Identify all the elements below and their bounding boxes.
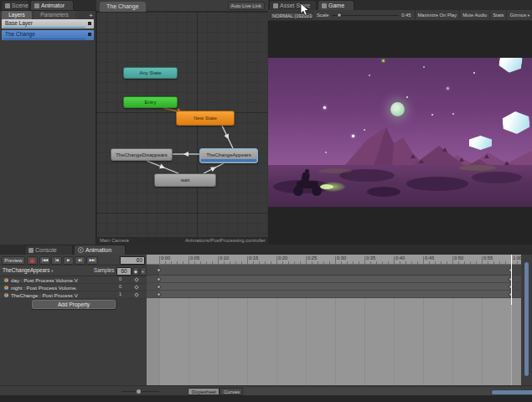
ruler-tick: 0:35 bbox=[366, 255, 375, 260]
playhead-line[interactable] bbox=[511, 255, 512, 305]
property-row-day[interactable]: day : Post Process Volume.V 0 bbox=[0, 276, 147, 284]
state-node-wait[interactable]: wait bbox=[154, 173, 216, 187]
horizontal-scrollbar[interactable] bbox=[243, 388, 521, 395]
ruler-tick: 0:05 bbox=[190, 255, 199, 260]
grass-patch bbox=[318, 168, 352, 173]
next-key-button[interactable]: ▶| bbox=[75, 256, 85, 265]
horizontal-scrollbar-thumb[interactable] bbox=[491, 389, 532, 395]
animator-layers-panel: Scene Animator Layers Parameters + Base … bbox=[0, 0, 96, 245]
frame-field[interactable]: 60 bbox=[120, 256, 145, 265]
add-layer-button[interactable]: + bbox=[87, 12, 95, 19]
track-row[interactable] bbox=[147, 276, 521, 283]
vertical-scrollbar-thumb[interactable] bbox=[524, 261, 529, 377]
ruler-tick: 0:15 bbox=[249, 255, 258, 260]
status-main-camera: Main Camera bbox=[100, 237, 129, 245]
curves-button[interactable]: Curves bbox=[220, 388, 243, 395]
ruler-tick: 0:20 bbox=[278, 255, 287, 260]
asset-store-icon bbox=[273, 3, 278, 8]
track-row[interactable] bbox=[147, 283, 521, 291]
maximize-on-play-button[interactable]: Maximize On Play bbox=[415, 10, 460, 21]
chevron-down-icon: ▾ bbox=[51, 269, 53, 273]
subtab-parameters[interactable]: Parameters bbox=[34, 11, 75, 19]
scale-control: Scale 0.45 bbox=[317, 13, 411, 18]
vertical-scrollbar[interactable] bbox=[521, 255, 532, 385]
scale-slider[interactable] bbox=[332, 15, 400, 16]
dopesheet-button[interactable]: Dopesheet bbox=[188, 388, 220, 395]
state-node-any-state[interactable]: Any State bbox=[123, 67, 178, 79]
tab-scene-label: Scene bbox=[12, 1, 28, 11]
animation-toolbar-row2: TheChangeAppears ▾ Samples 60 ◆ + bbox=[0, 265, 147, 276]
stats-button[interactable]: Stats bbox=[489, 10, 506, 21]
mouse-cursor-icon bbox=[300, 3, 310, 17]
goto-start-button[interactable]: |◀◀ bbox=[39, 256, 50, 265]
state-node-new-state[interactable]: New State bbox=[176, 111, 235, 126]
window-bottom-edge bbox=[0, 395, 532, 402]
transition-newstate-appears[interactable] bbox=[222, 126, 233, 148]
track-row[interactable] bbox=[147, 291, 521, 298]
layer-name: The Change bbox=[5, 31, 35, 37]
add-event-button[interactable]: + bbox=[140, 267, 147, 276]
tab-console[interactable]: Console bbox=[24, 245, 73, 255]
property-row-night[interactable]: night : Post Process Volume. 0 bbox=[0, 284, 147, 291]
auto-live-link-button[interactable]: Auto Live Link bbox=[228, 2, 265, 10]
layer-menu-icon[interactable] bbox=[88, 22, 91, 25]
state-progress-bar bbox=[201, 159, 256, 162]
mute-audio-button[interactable]: Mute Audio bbox=[459, 10, 489, 21]
zoom-slider-knob[interactable] bbox=[137, 389, 141, 394]
transition-disappears-wait[interactable] bbox=[147, 161, 178, 173]
scale-value: 0.45 bbox=[401, 13, 411, 18]
dopesheet-track-rows[interactable] bbox=[147, 276, 521, 298]
scale-slider-knob[interactable] bbox=[337, 13, 342, 18]
unity-editor-window: Scene Animator Layers Parameters + Base … bbox=[0, 0, 532, 402]
state-machine-canvas[interactable]: Any State Entry New State TheChangeDisap… bbox=[96, 12, 268, 237]
scene-icon bbox=[5, 3, 10, 8]
grass-patch bbox=[459, 165, 496, 171]
timeline-ruler[interactable]: 0:00 0:05 0:10 0:15 0:20 0:25 0:30 0:35 … bbox=[147, 255, 524, 265]
left-column-bg bbox=[0, 299, 147, 385]
prev-key-button[interactable]: |◀ bbox=[51, 256, 62, 265]
layer-row-base[interactable]: Base Layer bbox=[2, 19, 94, 28]
tab-animator[interactable]: Animator bbox=[30, 0, 74, 10]
key-diamond-icon[interactable] bbox=[134, 292, 139, 297]
preview-button[interactable]: Preview bbox=[2, 256, 25, 265]
ruler-tick: 0:00 bbox=[161, 255, 170, 260]
state-node-entry[interactable]: Entry bbox=[123, 96, 178, 108]
layer-row-thechange[interactable]: The Change bbox=[2, 30, 94, 40]
state-node-thechangedisappears[interactable]: TheChangeDisappears bbox=[111, 148, 173, 161]
playhead-line-faint bbox=[511, 305, 512, 385]
ruler-tick: 0:40 bbox=[395, 255, 405, 260]
breadcrumb[interactable]: The Change bbox=[100, 2, 146, 12]
state-node-thechangeappears[interactable]: TheChangeAppears bbox=[199, 148, 258, 163]
dopesheet-summary-row[interactable] bbox=[147, 265, 521, 276]
record-button[interactable] bbox=[27, 256, 38, 265]
transition-wait-appears[interactable] bbox=[204, 163, 224, 173]
zoom-slider[interactable] bbox=[121, 391, 159, 393]
samples-label: Samples bbox=[94, 267, 115, 273]
add-keyframe-button[interactable]: ◆ bbox=[132, 267, 139, 276]
goto-end-button[interactable]: ▶▶| bbox=[86, 256, 98, 265]
tab-game[interactable]: Game bbox=[318, 0, 354, 10]
console-icon bbox=[28, 248, 34, 253]
ruler-tick: 0:50 bbox=[454, 255, 463, 260]
ruler-tick: 0:10 bbox=[220, 255, 229, 260]
key-diamond-icon[interactable] bbox=[134, 285, 139, 290]
game-viewport[interactable] bbox=[268, 58, 532, 207]
record-icon bbox=[30, 259, 34, 263]
samples-field[interactable]: 60 bbox=[116, 267, 132, 276]
post-process-volume-icon bbox=[4, 293, 8, 297]
property-row-thechange[interactable]: TheChange : Post Process V 1 bbox=[0, 291, 147, 299]
gizmos-dropdown[interactable]: Gizmos ▾ bbox=[506, 10, 532, 21]
post-process-volume-icon bbox=[4, 286, 8, 290]
layer-name: Base Layer bbox=[5, 20, 33, 26]
subtab-layers[interactable]: Layers bbox=[2, 11, 32, 19]
layer-menu-icon[interactable] bbox=[88, 33, 91, 36]
tab-animation[interactable]: Animation bbox=[74, 245, 126, 255]
clock-icon bbox=[78, 247, 84, 253]
tab-scene[interactable]: Scene bbox=[1, 0, 29, 10]
dopesheet-area[interactable] bbox=[147, 298, 521, 385]
clip-range bbox=[159, 298, 511, 385]
clip-dropdown[interactable]: TheChangeAppears ▾ bbox=[3, 267, 53, 273]
add-property-button[interactable]: Add Property bbox=[32, 300, 116, 309]
key-diamond-icon[interactable] bbox=[134, 277, 139, 282]
play-button[interactable]: ▶ bbox=[63, 256, 74, 265]
